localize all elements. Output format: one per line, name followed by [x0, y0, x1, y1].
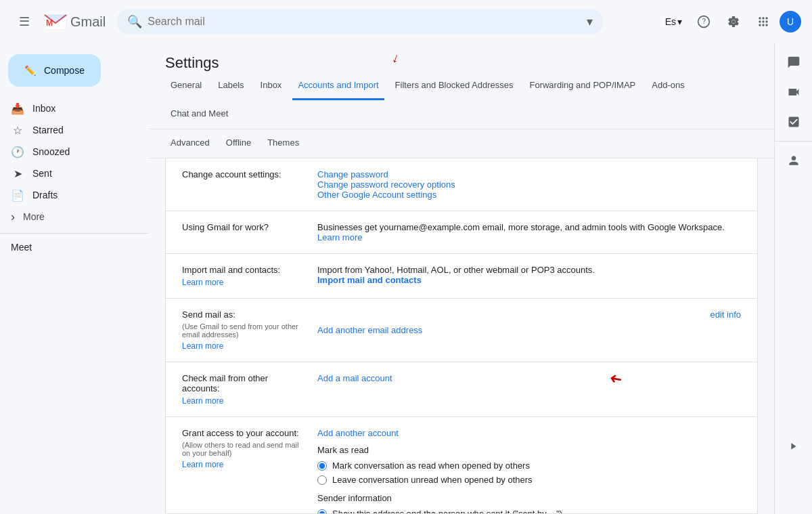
expand-icon: [788, 441, 798, 452]
sidebar-item-drafts[interactable]: 📄 Drafts: [0, 184, 138, 206]
sidebar-item-label: Starred: [32, 125, 64, 135]
add-email-link[interactable]: Add another email address: [317, 325, 422, 335]
radio-mark-read-input[interactable]: [317, 461, 327, 471]
top-bar: ☰ M Gmail 🔍 ▾ Es ▾ ?: [0, 0, 812, 43]
sub-tab-themes[interactable]: Themes: [262, 132, 304, 155]
avatar-initial: U: [787, 16, 794, 27]
row-check-mail: Check mail from other accounts: Learn mo…: [166, 362, 757, 417]
radio-mark-read[interactable]: Mark conversation as read when opened by…: [317, 461, 741, 471]
content-area: Settings General Labels Inbox Accounts a…: [149, 43, 774, 514]
tab-filters[interactable]: Filters and Blocked Addresses: [390, 72, 519, 100]
radio-leave-unread[interactable]: Leave conversation unread when opened by…: [317, 475, 741, 485]
settings-icon: [727, 15, 740, 28]
main-area: ✏️ Compose 📥 Inbox ☆ Starred 🕐 Snoozed ➤…: [0, 43, 812, 514]
menu-icon[interactable]: ☰: [11, 8, 38, 35]
import-mail-learn-more[interactable]: Learn more: [182, 278, 307, 287]
compose-button[interactable]: ✏️ Compose: [8, 54, 101, 87]
right-panel-icon-2[interactable]: [780, 79, 807, 106]
right-panel-icon-1[interactable]: [780, 49, 807, 76]
add-mail-account-link[interactable]: Add a mail account: [317, 373, 392, 383]
send-mail-with-edit: edit info: [317, 309, 741, 320]
search-box[interactable]: 🔍 ▾: [116, 9, 604, 35]
sidebar-meet-label: Meet: [0, 239, 149, 255]
tab-general[interactable]: General: [165, 72, 207, 100]
gmail-label: Gmail: [70, 14, 106, 30]
row-content-import-mail: Import from Yahoo!, Hotmail, AOL, or oth…: [317, 265, 741, 287]
tab-accounts[interactable]: Accounts and Import: [292, 72, 384, 100]
apps-button[interactable]: [750, 8, 777, 35]
check-mail-label: Check mail from other accounts:: [182, 373, 307, 393]
sidebar-item-snoozed[interactable]: 🕐 Snoozed: [0, 141, 138, 163]
tab-inbox[interactable]: Inbox: [255, 72, 288, 100]
change-password-link[interactable]: Change password: [317, 169, 388, 179]
svg-text:?: ?: [702, 18, 706, 25]
row-label-send-mail: Send mail as: (Use Gmail to send from yo…: [182, 309, 317, 351]
svg-point-8: [765, 20, 767, 22]
right-panel-expand[interactable]: [774, 433, 812, 460]
sidebar-item-starred[interactable]: ☆ Starred: [0, 119, 138, 141]
sidebar: ✏️ Compose 📥 Inbox ☆ Starred 🕐 Snoozed ➤…: [0, 43, 149, 514]
change-account-label: Change account settings:: [182, 169, 307, 179]
settings-content: Change account settings: Change password…: [165, 158, 758, 514]
sidebar-item-label: Inbox: [32, 103, 55, 114]
grant-access-label: Grant access to your account:: [182, 428, 307, 438]
grant-access-learn-more[interactable]: Learn more: [182, 460, 307, 469]
sub-tab-offline[interactable]: Offline: [221, 132, 256, 155]
row-gmail-work: Using Gmail for work? Businesses get you…: [166, 211, 757, 254]
row-content-send-mail: edit info Add another email address: [317, 309, 741, 351]
send-mail-sub: (Use Gmail to send from your other email…: [182, 322, 307, 339]
sidebar-item-more[interactable]: › More: [0, 206, 149, 228]
change-recovery-link[interactable]: Change password recovery options: [317, 179, 455, 190]
advanced-search-icon[interactable]: ▾: [587, 14, 593, 29]
add-another-account-link[interactable]: Add another account: [317, 428, 399, 438]
right-panel-icon-3[interactable]: [780, 108, 807, 135]
sidebar-item-inbox[interactable]: 📥 Inbox: [0, 98, 138, 119]
help-button[interactable]: ?: [690, 8, 717, 35]
tab-forwarding[interactable]: Forwarding and POP/IMAP: [524, 72, 641, 100]
sidebar-item-label: Drafts: [32, 190, 58, 200]
tab-chat[interactable]: Chat and Meet: [165, 100, 233, 129]
language-selector[interactable]: Es ▾: [660, 14, 687, 30]
svg-point-9: [759, 24, 761, 26]
radio-leave-unread-input[interactable]: [317, 475, 327, 485]
svg-point-6: [759, 20, 761, 22]
send-mail-learn-more[interactable]: Learn more: [182, 341, 307, 351]
gmail-logo-svg: M: [43, 12, 68, 31]
sidebar-divider: [0, 233, 149, 234]
import-mail-contacts-link[interactable]: Import mail and contacts: [317, 275, 422, 285]
row-content-gmail-work: Businesses get yourname@example.com emai…: [317, 222, 741, 242]
help-icon: ?: [697, 15, 710, 28]
row-change-account: Change account settings: Change password…: [166, 158, 757, 211]
svg-point-11: [765, 24, 767, 26]
tab-labels[interactable]: Labels: [212, 72, 249, 100]
language-label: Es: [665, 16, 676, 27]
tasks-icon: [787, 115, 800, 129]
row-label-change-account: Change account settings:: [182, 169, 317, 200]
svg-point-4: [762, 17, 764, 19]
sidebar-item-sent[interactable]: ➤ Sent: [0, 163, 138, 184]
search-icon: 🔍: [127, 14, 142, 29]
edit-info-link[interactable]: edit info: [710, 309, 741, 320]
radio-show-both-input[interactable]: [317, 509, 327, 515]
row-grant-access: Grant access to your account: (Allow oth…: [166, 417, 757, 514]
avatar[interactable]: U: [780, 11, 801, 33]
sidebar-item-label: Snoozed: [32, 146, 70, 157]
right-panel-divider: [775, 141, 812, 142]
mark-read-radio-group: Mark conversation as read when opened by…: [317, 461, 741, 485]
send-mail-label: Send mail as:: [182, 309, 307, 320]
gmail-work-learn-more[interactable]: Learn more: [317, 232, 362, 242]
radio-show-both[interactable]: Show this address and the person who sen…: [317, 509, 741, 514]
right-panel-icon-4[interactable]: [780, 147, 807, 174]
search-input[interactable]: [148, 16, 581, 28]
settings-tabs: General Labels Inbox Accounts and Import…: [149, 72, 774, 129]
right-panel: [774, 43, 812, 514]
sub-tab-advanced[interactable]: Advanced: [165, 132, 215, 155]
import-mail-text: Import from Yahoo!, Hotmail, AOL, or oth…: [317, 265, 741, 275]
google-account-link[interactable]: Other Google Account settings: [317, 190, 436, 200]
check-mail-learn-more[interactable]: Learn more: [182, 396, 307, 406]
grant-access-sub: (Allow others to read and send mail on y…: [182, 441, 307, 457]
tab-addons[interactable]: Add-ons: [646, 72, 690, 100]
settings-button[interactable]: [720, 8, 747, 35]
row-send-mail: Send mail as: (Use Gmail to send from yo…: [166, 299, 757, 362]
more-chevron-icon: ›: [11, 210, 15, 224]
